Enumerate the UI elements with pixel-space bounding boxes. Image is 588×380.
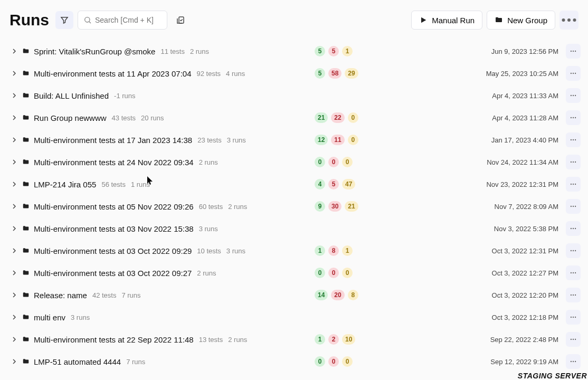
run-group-row[interactable]: Multi-environment tests at 22 Sep 2022 1… [0, 328, 588, 350]
chevron-right-icon [12, 315, 17, 320]
skip-badge: 1 [342, 46, 353, 56]
tests-count: 23 tests [197, 136, 222, 144]
svg-point-21 [571, 162, 572, 163]
ellipsis-icon [570, 291, 577, 299]
row-more-button[interactable] [566, 221, 581, 236]
svg-point-12 [571, 95, 572, 96]
skip-badge: 29 [345, 68, 358, 79]
run-group-row[interactable]: Multi-environment tests at 03 Nov 2022 1… [0, 217, 588, 240]
svg-point-34 [573, 250, 574, 251]
svg-point-28 [573, 206, 574, 207]
svg-point-19 [573, 139, 574, 140]
chevron-right-icon [12, 248, 17, 253]
svg-point-8 [575, 51, 576, 52]
pass-badge: 9 [315, 201, 325, 212]
skip-badge: 1 [342, 245, 353, 256]
row-more-button[interactable] [566, 199, 581, 214]
row-more-button[interactable] [566, 243, 581, 258]
run-group-row[interactable]: Build: ALL Unfinished-1 runsApr 4, 2023 … [0, 84, 588, 107]
ellipsis-icon [570, 336, 577, 343]
run-group-row[interactable]: Multi-environment tests at 11 Apr 2023 0… [0, 62, 588, 84]
row-more-button[interactable] [566, 155, 581, 169]
fail-badge: 0 [328, 356, 339, 367]
row-more-button[interactable] [566, 310, 581, 325]
runs-count: 2 runs [228, 336, 247, 344]
row-more-button[interactable] [566, 332, 581, 347]
chevron-right-icon [12, 159, 17, 165]
run-group-row[interactable]: Multi-environment tests at 17 Jan 2023 1… [0, 129, 588, 151]
row-more-button[interactable] [566, 288, 581, 302]
svg-point-23 [575, 162, 576, 163]
run-group-row[interactable]: Multi-environment tests at 03 Oct 2022 0… [0, 240, 588, 262]
row-more-button[interactable] [566, 110, 581, 125]
timestamp: Oct 3, 2022 12:18 PM [492, 314, 558, 321]
pass-badge: 4 [315, 179, 325, 189]
run-group-row[interactable]: Multi-environment tests at 24 Nov 2022 0… [0, 151, 588, 173]
run-group-row[interactable]: LMP-214 Jira 05556 tests1 runs4547Nov 23… [0, 173, 588, 195]
svg-point-40 [573, 294, 574, 296]
svg-point-13 [573, 95, 574, 96]
staging-badge: STAGING SERVER [518, 372, 587, 380]
skip-badge: 0 [342, 157, 353, 167]
pass-badge: 21 [315, 112, 328, 123]
run-group-row[interactable]: Multi-environment tests at 03 Oct 2022 0… [0, 262, 588, 284]
status-badges: 93021 [315, 201, 358, 212]
folder-icon [22, 247, 30, 254]
timestamp: Nov 23, 2022 12:31 PM [486, 180, 558, 188]
row-more-button[interactable] [566, 88, 581, 103]
ellipsis-icon [570, 247, 577, 254]
pass-badge: 12 [315, 135, 328, 145]
svg-point-17 [575, 117, 576, 118]
pass-badge: 0 [315, 157, 325, 167]
new-group-button[interactable]: New Group [487, 11, 555, 30]
manual-run-button[interactable]: Manual Run [411, 11, 482, 30]
svg-point-18 [571, 139, 572, 140]
run-group-row[interactable]: Sprint: Vitalik'sRunGroup @smoke11 tests… [0, 40, 588, 62]
svg-point-31 [573, 228, 574, 229]
filter-button[interactable] [55, 11, 73, 29]
chevron-right-icon [12, 137, 17, 142]
tests-count: 13 tests [199, 336, 223, 344]
row-more-button[interactable] [566, 354, 581, 369]
run-group-row[interactable]: Run Group newwww43 tests20 runs21220Apr … [0, 107, 588, 129]
svg-point-26 [575, 184, 576, 185]
timestamp: Apr 4, 2023 11:28 AM [492, 114, 558, 122]
svg-point-25 [573, 184, 574, 185]
timestamp: Oct 3, 2022 12:27 PM [492, 269, 558, 277]
header-more-button[interactable] [559, 11, 578, 30]
status-badges: 1210 [315, 334, 355, 345]
search-input-container[interactable] [78, 11, 167, 30]
search-input[interactable] [95, 16, 158, 24]
svg-point-42 [571, 317, 572, 318]
run-group-name: Multi-environment tests at 03 Nov 2022 1… [34, 224, 194, 233]
timestamp: Oct 3, 2022 12:20 PM [492, 291, 558, 299]
run-group-name: Run Group newwww [34, 113, 107, 122]
row-more-button[interactable] [566, 132, 581, 147]
svg-point-44 [575, 317, 576, 318]
runs-count: 3 runs [199, 225, 218, 233]
row-more-button[interactable] [566, 265, 581, 280]
timestamp: Oct 3, 2022 12:31 PM [492, 247, 558, 255]
run-group-row[interactable]: Multi-environment tests at 05 Nov 2022 0… [0, 195, 588, 217]
folder-icon [22, 225, 30, 232]
chevron-right-icon [12, 71, 17, 76]
run-group-row[interactable]: multi env3 runsOct 3, 2022 12:18 PM [0, 306, 588, 328]
row-more-button[interactable] [566, 66, 581, 81]
folder-icon [22, 203, 30, 210]
tests-count: 60 tests [199, 203, 223, 211]
row-more-button[interactable] [566, 177, 581, 192]
ellipsis-icon [570, 203, 577, 210]
run-group-name: Multi-environment tests at 03 Oct 2022 0… [34, 246, 192, 255]
copy-button[interactable] [172, 11, 189, 29]
chevron-right-icon [12, 182, 17, 187]
svg-point-36 [571, 272, 572, 273]
run-group-row[interactable]: Release: name42 tests7 runs14208Oct 3, 2… [0, 284, 588, 306]
row-more-button[interactable] [566, 44, 581, 59]
run-group-row[interactable]: LMP-51 automated 44447 runs000Sep 12, 20… [0, 350, 588, 373]
status-badges: 181 [315, 245, 353, 256]
run-group-name: Multi-environment tests at 11 Apr 2023 0… [34, 69, 192, 78]
svg-point-43 [573, 317, 574, 318]
timestamp: Apr 4, 2023 11:33 AM [492, 92, 558, 100]
ellipsis-icon [570, 70, 577, 77]
svg-point-11 [575, 73, 576, 74]
